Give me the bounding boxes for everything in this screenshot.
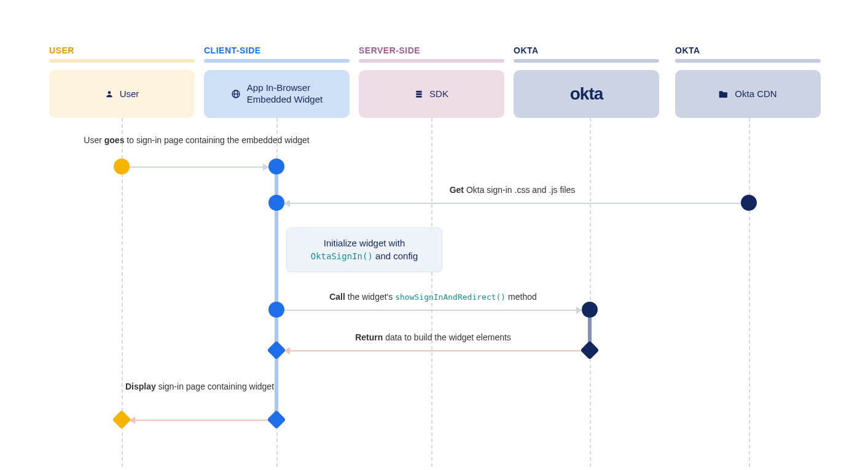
arrow-cdn-to-client	[284, 203, 741, 204]
folder-icon	[719, 90, 729, 98]
globe-icon	[231, 89, 241, 99]
lane-header-client: CLIENT-SIDE	[204, 45, 261, 55]
svg-rect-5	[416, 93, 421, 95]
lane-bar-server	[359, 59, 504, 63]
lane-label-client: App In-BrowserEmbedded Widget	[247, 82, 323, 106]
lane-bar-cdn	[675, 59, 821, 63]
node-client-5	[267, 410, 286, 429]
database-icon	[415, 90, 423, 98]
arrow-client-to-user	[130, 420, 268, 421]
sequence-diagram: USER User CLIENT-SIDE App In-BrowserEmbe…	[0, 0, 868, 470]
node-client-2	[268, 195, 284, 211]
lane-box-client: App In-BrowserEmbedded Widget	[204, 70, 350, 118]
arrow-okta-to-client	[284, 350, 582, 351]
svg-point-0	[108, 91, 111, 94]
msg-get-files: Get Okta sign-in .css and .js files	[289, 184, 736, 197]
lane-bar-okta	[514, 59, 659, 63]
lifeline-cdn	[749, 118, 750, 467]
msg-user-goes: User goes to sign-in page containing the…	[74, 135, 319, 147]
lane-header-cdn: OKTA	[675, 45, 700, 55]
note-initialize: Initialize widget with OktaSignIn() and …	[286, 227, 442, 272]
lane-header-user: USER	[49, 45, 74, 55]
node-user-1	[114, 159, 130, 174]
node-client-3	[268, 302, 284, 318]
lane-header-server: SERVER-SIDE	[359, 45, 420, 55]
lane-box-server: SDK	[359, 70, 504, 118]
svg-rect-4	[416, 91, 421, 93]
msg-call-widget: Call the widget's showSignInAndRedirect(…	[283, 291, 584, 304]
node-user-2	[112, 410, 131, 429]
lane-box-okta: okta	[514, 70, 659, 118]
lane-box-cdn: Okta CDN	[675, 70, 821, 118]
lane-box-user: User	[49, 70, 195, 118]
arrow-client-to-okta	[284, 310, 582, 311]
arrow-user-to-client	[130, 166, 268, 168]
user-icon	[105, 90, 114, 98]
lane-label-cdn: Okta CDN	[735, 88, 776, 100]
lifeline-okta	[590, 118, 591, 467]
lane-header-okta: OKTA	[514, 45, 539, 55]
node-cdn-1	[741, 195, 757, 211]
msg-display: Display sign-in page containing widget	[123, 381, 276, 393]
svg-rect-6	[416, 96, 421, 98]
node-client-1	[268, 159, 284, 174]
node-okta-1	[582, 302, 598, 318]
lane-label-user: User	[120, 88, 139, 100]
lane-bar-client	[204, 59, 350, 63]
lane-bar-user	[49, 59, 195, 63]
lane-label-server: SDK	[429, 88, 448, 100]
okta-logo: okta	[570, 84, 603, 104]
msg-return-data: Return data to build the widget elements	[283, 332, 584, 344]
